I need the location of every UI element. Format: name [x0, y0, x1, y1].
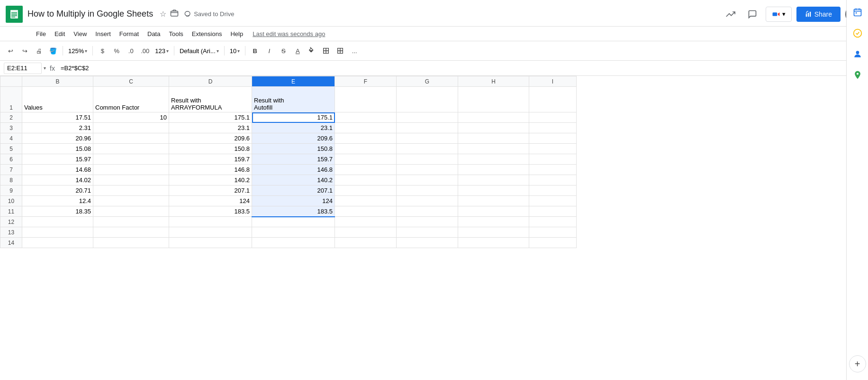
cell-G1[interactable]: [397, 87, 458, 112]
cell-C6[interactable]: [93, 154, 169, 165]
row-num-8[interactable]: 8: [0, 175, 22, 185]
col-header-H[interactable]: H: [458, 76, 529, 87]
cell-E2[interactable]: 175.1: [252, 112, 335, 123]
cell-E7[interactable]: 146.8: [252, 165, 335, 175]
cell-B11[interactable]: 18.35: [22, 206, 93, 217]
cell-B5[interactable]: 15.08: [22, 144, 93, 154]
cell-I4[interactable]: [529, 133, 577, 144]
row-num-5[interactable]: 5: [0, 144, 22, 154]
cell-G3[interactable]: [397, 123, 458, 133]
cell-B10[interactable]: 12.4: [22, 196, 93, 206]
cell-E6[interactable]: 159.7: [252, 154, 335, 165]
cell-H3[interactable]: [458, 123, 529, 133]
cell-D11[interactable]: 183.5: [169, 206, 252, 217]
cell-C2[interactable]: 10: [93, 112, 169, 123]
col-header-D[interactable]: D: [169, 76, 252, 87]
borders-button[interactable]: [319, 44, 333, 57]
sheet-scroll[interactable]: B C D E F G H I 1 Values Common Factor R…: [0, 76, 846, 248]
decimal-increase-button[interactable]: .00: [138, 44, 152, 57]
row-num-1[interactable]: 1: [0, 87, 22, 112]
cell-E1[interactable]: Result withAutofill: [252, 87, 335, 112]
row-num-3[interactable]: 3: [0, 123, 22, 133]
cell-F5[interactable]: [335, 144, 397, 154]
cell-D6[interactable]: 159.7: [169, 154, 252, 165]
cell-D3[interactable]: 23.1: [169, 123, 252, 133]
cell-reference-box[interactable]: E2:E11: [4, 63, 42, 74]
cell-H8[interactable]: [458, 175, 529, 185]
cell-I2[interactable]: [529, 112, 577, 123]
cell-I1[interactable]: [529, 87, 577, 112]
cell-F2[interactable]: [335, 112, 397, 123]
cell-E10[interactable]: 124: [252, 196, 335, 206]
cell-B4[interactable]: 20.96: [22, 133, 93, 144]
row-num-9[interactable]: 9: [0, 185, 22, 196]
cell-F3[interactable]: [335, 123, 397, 133]
cell-C9[interactable]: [93, 185, 169, 196]
cell-H6[interactable]: [458, 154, 529, 165]
cell-D10[interactable]: 124: [169, 196, 252, 206]
cell-I8[interactable]: [529, 175, 577, 185]
col-header-E[interactable]: E: [252, 76, 335, 87]
share-button[interactable]: Share: [796, 7, 841, 22]
cell-E8[interactable]: 140.2: [252, 175, 335, 185]
cell-E3[interactable]: 23.1: [252, 123, 335, 133]
cell-D8[interactable]: 140.2: [169, 175, 252, 185]
cell-F6[interactable]: [335, 154, 397, 165]
cell-B6[interactable]: 15.97: [22, 154, 93, 165]
fill-color-button[interactable]: [305, 44, 318, 57]
meet-button[interactable]: ▾: [766, 7, 792, 22]
cell-F1[interactable]: [335, 87, 397, 112]
explore-button[interactable]: [722, 6, 739, 23]
font-family-select[interactable]: Default (Ari... ▾: [177, 44, 221, 57]
cell-I5[interactable]: [529, 144, 577, 154]
cell-H1[interactable]: [458, 87, 529, 112]
cell-D7[interactable]: 146.8: [169, 165, 252, 175]
cell-H9[interactable]: [458, 185, 529, 196]
cell-C4[interactable]: [93, 133, 169, 144]
col-header-G[interactable]: G: [397, 76, 458, 87]
italic-button[interactable]: I: [262, 44, 276, 57]
menu-data[interactable]: Data: [144, 29, 164, 39]
cell-F4[interactable]: [335, 133, 397, 144]
cell-E5[interactable]: 150.8: [252, 144, 335, 154]
strikethrough-button[interactable]: S: [277, 44, 290, 57]
cell-F10[interactable]: [335, 196, 397, 206]
paint-format-button[interactable]: 🪣: [46, 44, 60, 57]
cell-G10[interactable]: [397, 196, 458, 206]
cell-I7[interactable]: [529, 165, 577, 175]
cell-F8[interactable]: [335, 175, 397, 185]
text-color-button[interactable]: A: [291, 44, 304, 57]
cell-H7[interactable]: [458, 165, 529, 175]
cell-H5[interactable]: [458, 144, 529, 154]
menu-insert[interactable]: Insert: [91, 29, 115, 39]
cell-E11[interactable]: 183.5: [252, 206, 335, 217]
cell-I11[interactable]: [529, 206, 577, 217]
cell-C11[interactable]: [93, 206, 169, 217]
cell-G11[interactable]: [397, 206, 458, 217]
currency-button[interactable]: $: [96, 44, 109, 57]
cell-G9[interactable]: [397, 185, 458, 196]
cell-I9[interactable]: [529, 185, 577, 196]
col-header-B[interactable]: B: [22, 76, 93, 87]
cell-B7[interactable]: 14.68: [22, 165, 93, 175]
cell-G6[interactable]: [397, 154, 458, 165]
sidebar-tasks-icon[interactable]: [849, 25, 866, 42]
sidebar-maps-icon[interactable]: [849, 66, 866, 83]
undo-button[interactable]: ↩: [4, 44, 17, 57]
cell-I10[interactable]: [529, 196, 577, 206]
formula-input[interactable]: [59, 63, 864, 74]
cell-I3[interactable]: [529, 123, 577, 133]
cell-H2[interactable]: [458, 112, 529, 123]
menu-view[interactable]: View: [70, 29, 90, 39]
cell-I6[interactable]: [529, 154, 577, 165]
row-num-11[interactable]: 11: [0, 206, 22, 217]
more-toolbar-button[interactable]: ...: [348, 44, 361, 57]
cell-C1[interactable]: Common Factor: [93, 87, 169, 112]
cell-D2[interactable]: 175.1: [169, 112, 252, 123]
menu-file[interactable]: File: [32, 29, 50, 39]
cell-G4[interactable]: [397, 133, 458, 144]
print-button[interactable]: 🖨: [32, 44, 45, 57]
cell-D4[interactable]: 209.6: [169, 133, 252, 144]
format-type-select[interactable]: 123 ▾: [153, 44, 171, 57]
row-num-4[interactable]: 4: [0, 133, 22, 144]
